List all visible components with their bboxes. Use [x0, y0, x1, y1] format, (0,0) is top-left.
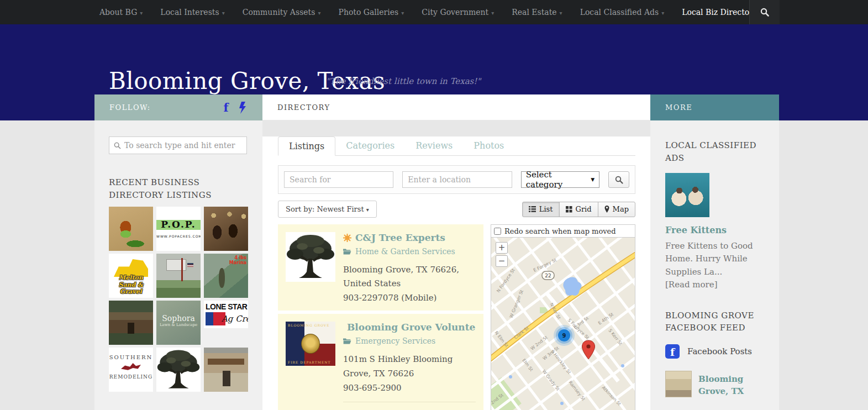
chevron-down-icon: ▾: [661, 10, 664, 16]
listing-thumbnail[interactable]: MeltonSand & Gravel: [109, 254, 153, 298]
thumbnail-caption: Sophora: [156, 314, 201, 323]
listing-image[interactable]: BLOOMING GROVE FIRE DEPARTMENT: [286, 322, 335, 366]
listing-thumbnail[interactable]: LONE STAR Ag Credit: [204, 301, 248, 328]
sort-button[interactable]: Sort by: Newest First▾: [278, 201, 377, 218]
directory-panel: DIRECTORY Listings Categories Reviews Ph…: [262, 94, 650, 410]
view-map-button[interactable]: Map: [598, 202, 635, 217]
view-list-button[interactable]: List: [522, 202, 560, 217]
folder-icon: [343, 338, 351, 344]
sign-graphic: [166, 259, 186, 271]
listing-thumbnail[interactable]: P.O.P. WWW.POPACRES.COM: [156, 207, 201, 251]
category-select[interactable]: Select category ▼: [521, 171, 600, 188]
listing-title-link[interactable]: Blooming Grove Volunte...: [343, 322, 476, 333]
nav-menu: About BG▾ Local Interests▾ Community Ass…: [91, 0, 766, 24]
sidebar-search: [109, 136, 247, 154]
flag-graphic: [187, 263, 193, 267]
listing-category-link[interactable]: Emergency Services: [343, 337, 476, 345]
map-panel: Redo search when map moved + −: [491, 224, 635, 410]
chevron-down-icon: ▼: [591, 177, 595, 182]
classified-ad-title-link[interactable]: Free Kittens: [665, 225, 767, 235]
fire-emblem-graphic: [301, 334, 320, 354]
chevron-down-icon: ▾: [560, 10, 562, 16]
thumbnail-caption: Lawn & Landscape: [156, 323, 201, 327]
listing-image[interactable]: [286, 232, 335, 282]
site-tagline: "The friendliest little town in Texas!": [326, 76, 481, 86]
nav-item-photo-galleries[interactable]: Photo Galleries▾: [329, 8, 413, 17]
more-bar: MORE: [650, 94, 779, 120]
chevron-down-icon: ▾: [222, 10, 225, 16]
read-more-link[interactable]: [Read more]: [665, 280, 767, 290]
tab-categories[interactable]: Categories: [335, 136, 405, 156]
featured-star-icon: [343, 234, 351, 242]
listing-thumbnail[interactable]: 4 lbsMarina: [204, 254, 248, 298]
thumbnail-caption: 4 lbsMarina: [229, 255, 246, 265]
zoom-in-button[interactable]: +: [496, 242, 508, 254]
classified-ads-heading: LOCAL CLASSIFIED ADS: [665, 139, 767, 164]
thumbnail-caption: SOUTHERN: [109, 354, 153, 360]
tab-reviews[interactable]: Reviews: [405, 136, 463, 156]
recent-listings-grid: P.O.P. WWW.POPACRES.COM MeltonSand & Gra…: [109, 207, 248, 392]
awning-graphic: [208, 359, 244, 365]
listing-thumbnail[interactable]: [156, 254, 201, 298]
zoom-out-button[interactable]: −: [496, 255, 508, 267]
directory-header: DIRECTORY: [262, 94, 650, 120]
lightning-bolt-icon[interactable]: [239, 102, 246, 114]
nav-item-community-assets[interactable]: Community Assets▾: [234, 8, 330, 17]
sign-post-graphic: [181, 258, 183, 281]
listings-list: C&J Tree Experts Home & Garden Services …: [278, 224, 483, 410]
listing-category-link[interactable]: Home & Garden Services: [343, 247, 476, 256]
sidebar-search-input[interactable]: [109, 137, 246, 154]
directory-search-button[interactable]: [608, 171, 629, 188]
nav-item-city-government[interactable]: City Government▾: [413, 8, 503, 17]
follow-bar: FOLLOW: f: [94, 94, 262, 120]
left-sidebar: FOLLOW: f RECENT BUSINESS DIRECTORY LIST…: [94, 94, 262, 410]
location-input[interactable]: [402, 171, 512, 188]
listing-thumbnail[interactable]: [156, 348, 201, 392]
listing-thumbnail[interactable]: [204, 348, 248, 392]
listing-phone: 903-2297078 (Mobile): [343, 293, 476, 303]
post-avatar[interactable]: [665, 371, 692, 397]
category-select-value: Select category: [526, 170, 591, 190]
facebook-post: Blooming Grove, TX: [665, 371, 767, 398]
redo-search-label: Redo search when map moved: [504, 227, 616, 235]
facebook-posts-link[interactable]: f Facebook Posts: [665, 344, 767, 359]
nav-item-real-estate[interactable]: Real Estate▾: [503, 8, 571, 17]
listing-thumbnail[interactable]: SOUTHERN REMODELING: [109, 348, 153, 392]
facebook-posts-label: Facebook Posts: [687, 346, 752, 356]
classified-ad-image[interactable]: [665, 173, 709, 217]
view-grid-button[interactable]: Grid: [559, 202, 598, 217]
thumbnail-caption: LONE STAR: [206, 302, 247, 311]
listing-thumbnail[interactable]: [109, 301, 153, 345]
listing-thumbnail[interactable]: [109, 207, 153, 251]
content-area: FOLLOW: f RECENT BUSINESS DIRECTORY LIST…: [94, 94, 779, 410]
chevron-down-icon: ▾: [318, 10, 320, 16]
nav-item-local-interests[interactable]: Local Interests▾: [151, 8, 233, 17]
fish-graphic: [219, 268, 225, 288]
window-graphic: [128, 323, 134, 334]
svg-text:22: 22: [545, 273, 551, 278]
search-icon: [760, 8, 769, 17]
list-icon: [529, 206, 536, 212]
classified-ad-text: Free Kittens to Good Home. Hurry While S…: [665, 240, 766, 278]
keyword-search-input[interactable]: [284, 171, 393, 188]
nav-item-about-bg[interactable]: About BG▾: [91, 8, 151, 17]
redo-search-checkbox[interactable]: [494, 228, 501, 235]
listing-thumbnail[interactable]: [204, 207, 248, 251]
facebook-icon[interactable]: f: [223, 102, 229, 113]
map-canvas[interactable]: + −: [491, 238, 635, 410]
horse-logo-graphic: [121, 363, 141, 371]
door-graphic: [223, 371, 230, 386]
post-author-link[interactable]: Blooming Grove, TX: [698, 374, 759, 398]
nav-item-local-classified-ads[interactable]: Local Classified Ads▾: [571, 8, 674, 17]
listing-title-link[interactable]: C&J Tree Experts: [343, 232, 476, 243]
map-cluster-marker[interactable]: 9: [554, 325, 575, 346]
tab-photos[interactable]: Photos: [463, 136, 514, 156]
listing-item: C&J Tree Experts Home & Garden Services …: [278, 224, 483, 311]
tab-listings[interactable]: Listings: [278, 136, 335, 156]
map-graphic: 22 E Forgey St N Fordyce St W Granger St…: [491, 238, 635, 410]
fire-logo-text: FIRE DEPARTMENT: [288, 360, 331, 364]
chevron-down-icon: ▾: [491, 10, 494, 16]
listing-thumbnail[interactable]: Sophora Lawn & Landscape: [156, 301, 201, 345]
nav-search-button[interactable]: [749, 0, 780, 24]
facebook-icon: f: [665, 344, 680, 359]
